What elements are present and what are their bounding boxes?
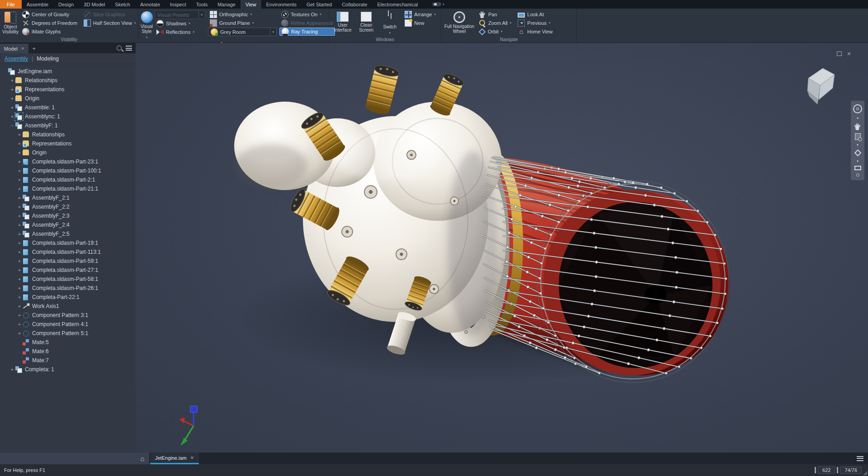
tree-expander[interactable]: + xyxy=(16,276,23,282)
chevron-down-icon[interactable]: ▾ xyxy=(857,117,859,120)
home-tab-icon[interactable]: ⌂ xyxy=(136,453,149,464)
tree-item[interactable]: +Representations xyxy=(0,85,136,94)
tree-item[interactable]: +AssemblyF_2:5 xyxy=(0,229,136,238)
menu-tab-sketch[interactable]: Sketch xyxy=(110,0,135,9)
tree-expander[interactable]: + xyxy=(16,213,23,219)
tree-item[interactable]: +Completa.sldasm-Part-19:1 xyxy=(0,238,136,247)
tree-expander[interactable]: + xyxy=(16,222,23,228)
tree-item[interactable]: +Completa-Part-22:1 xyxy=(0,293,136,302)
reflections-button[interactable]: Reflections ▾ xyxy=(155,28,205,36)
tree-item[interactable]: +AssemblyF_2:4 xyxy=(0,220,136,229)
tab-modeling[interactable]: Modeling xyxy=(37,56,59,62)
tree-item[interactable]: +Completa.sldasm-Part-21:1 xyxy=(0,184,136,193)
tree-item[interactable]: +Completa.sldasm-Part-23:1 xyxy=(0,157,136,166)
tree-expander[interactable]: + xyxy=(16,141,23,146)
tree-expander[interactable]: + xyxy=(16,150,23,155)
tree-item[interactable]: +Completa.sldasm-Part-26:1 xyxy=(0,284,136,293)
previous-view-button[interactable]: ◄ Previous ▾ xyxy=(516,19,554,27)
tree-expander[interactable]: + xyxy=(9,367,15,372)
tree-expander[interactable]: + xyxy=(16,258,23,264)
orbit-icon[interactable] xyxy=(854,149,861,157)
pan-button[interactable]: Pan xyxy=(477,10,513,19)
restore-window-icon[interactable] xyxy=(837,51,842,56)
tree-expander[interactable]: − xyxy=(9,123,15,128)
tree-expander[interactable]: + xyxy=(9,105,15,110)
menu-tab-3d-model[interactable]: 3D Model xyxy=(79,0,110,9)
pan-icon[interactable] xyxy=(854,123,861,130)
tree-expander[interactable]: + xyxy=(9,87,15,92)
degrees-of-freedom-button[interactable]: Degrees of Freedom xyxy=(20,19,79,27)
graphics-viewport[interactable]: × ▾ ▾ ▾ xyxy=(136,43,868,453)
add-panel-tab-button[interactable]: + xyxy=(28,44,39,53)
tree-item[interactable]: +Assemblync: 1 xyxy=(0,112,136,121)
tree-expander[interactable]: + xyxy=(16,177,23,182)
tree-expander[interactable]: + xyxy=(16,195,23,201)
tree-item[interactable]: +AssemblyF_2:1 xyxy=(0,193,136,202)
center-of-gravity-button[interactable]: Center of Gravity xyxy=(20,10,79,19)
close-window-icon[interactable]: × xyxy=(847,51,851,56)
tree-expander[interactable]: + xyxy=(9,78,15,83)
new-window-button[interactable]: New xyxy=(403,19,438,27)
tree-item[interactable]: +Completa.sldasm-Part-100:1 xyxy=(0,166,136,175)
menu-tab-environments[interactable]: Environments xyxy=(261,0,302,9)
menu-tab-collaborate[interactable]: Collaborate xyxy=(337,0,372,9)
textures-on-button[interactable]: Textures On ▾ xyxy=(279,10,335,19)
navigation-wheel-icon[interactable] xyxy=(853,104,862,113)
tree-expander[interactable]: + xyxy=(16,249,23,255)
full-navigation-wheel-button[interactable]: Full Navigation Wheel xyxy=(443,9,476,37)
imate-glyphs-button[interactable]: iMate Glyphs xyxy=(20,28,79,36)
tree-item[interactable]: +Completa.sldasm-Part-58:1 xyxy=(0,275,136,284)
orbit-button[interactable]: Orbit ▾ xyxy=(477,28,513,36)
tree-item[interactable]: +Completa.sldasm-Part-113:1 xyxy=(0,247,136,257)
tree-item[interactable]: +AssemblyF_2:3 xyxy=(0,211,136,220)
tree-item[interactable]: +Component Pattern 5:1 xyxy=(0,329,136,338)
chevron-down-icon[interactable]: ▾ xyxy=(857,143,859,146)
half-section-view-button[interactable]: Half Section View ▾ xyxy=(82,19,138,27)
look-at-icon[interactable] xyxy=(854,166,861,170)
tree-item[interactable]: +AssemblyF_2:2 xyxy=(0,202,136,211)
tree-expander[interactable]: + xyxy=(16,303,23,309)
tree-item[interactable]: +Work Axis1 xyxy=(0,302,136,311)
tree-expander[interactable]: + xyxy=(9,96,15,101)
menu-tab-get-started[interactable]: Get Started xyxy=(302,0,337,9)
menu-tab-view[interactable]: View xyxy=(241,0,261,9)
chevron-down-icon[interactable]: ▾ xyxy=(857,159,859,163)
grey-room-dropdown[interactable]: Grey Room ▾ xyxy=(208,28,277,36)
tree-item[interactable]: Mate:7 xyxy=(0,356,136,365)
search-icon[interactable] xyxy=(117,46,122,51)
tree-item[interactable]: +Component Pattern 4:1 xyxy=(0,320,136,329)
close-icon[interactable]: ✕ xyxy=(21,46,24,51)
panel-menu-icon[interactable] xyxy=(126,46,132,51)
visual-style-button[interactable]: Visual Style ▾ xyxy=(140,9,153,41)
tree-item[interactable]: +Assemble: 1 xyxy=(0,103,136,112)
tree-expander[interactable]: + xyxy=(16,159,23,164)
tree-item[interactable]: +Representations xyxy=(0,139,136,148)
tree-expander[interactable]: + xyxy=(16,231,23,237)
menu-tab-manage[interactable]: Manage xyxy=(212,0,241,9)
tree-item[interactable]: +Component Pattern 3:1 xyxy=(0,311,136,320)
home-view-button[interactable]: ⌂ Home View xyxy=(516,28,554,36)
navbar-more-icon[interactable] xyxy=(856,173,859,177)
tree-item[interactable]: +Origin xyxy=(0,148,136,157)
zoom-all-button[interactable]: Zoom All ▾ xyxy=(477,19,513,27)
tree-expander[interactable]: + xyxy=(16,204,23,210)
tree-item[interactable]: +Origin xyxy=(0,94,136,103)
tree-item[interactable]: Mate:5 xyxy=(0,338,136,347)
tree-expander[interactable]: + xyxy=(16,313,23,318)
menu-tab-electromechanical[interactable]: Electromechanical xyxy=(372,0,423,9)
orthographic-button[interactable]: Orthographic ▾ xyxy=(208,10,277,19)
tree-item[interactable]: +Relationships xyxy=(0,130,136,139)
tree-expander[interactable]: + xyxy=(16,186,23,191)
shadows-button[interactable]: Shadows ▾ xyxy=(155,19,205,28)
menu-tab-design[interactable]: Design xyxy=(53,0,79,9)
tree-item[interactable]: +Completa.sldasm-Part-59:1 xyxy=(0,257,136,266)
tree-expander[interactable]: + xyxy=(16,168,23,173)
tree-item[interactable]: Mate:6 xyxy=(0,347,136,356)
tree-item[interactable]: +Completa: 1 xyxy=(0,365,136,374)
close-icon[interactable]: ✕ xyxy=(190,455,194,460)
tree-item[interactable]: +Completa.sldasm-Part-2:1 xyxy=(0,175,136,184)
tree-expander[interactable]: + xyxy=(16,331,23,336)
resize-grip[interactable] xyxy=(863,471,867,475)
menu-tab-assemble[interactable]: Assemble xyxy=(22,0,53,9)
ground-plane-button[interactable]: Ground Plane ▾ xyxy=(208,19,277,27)
